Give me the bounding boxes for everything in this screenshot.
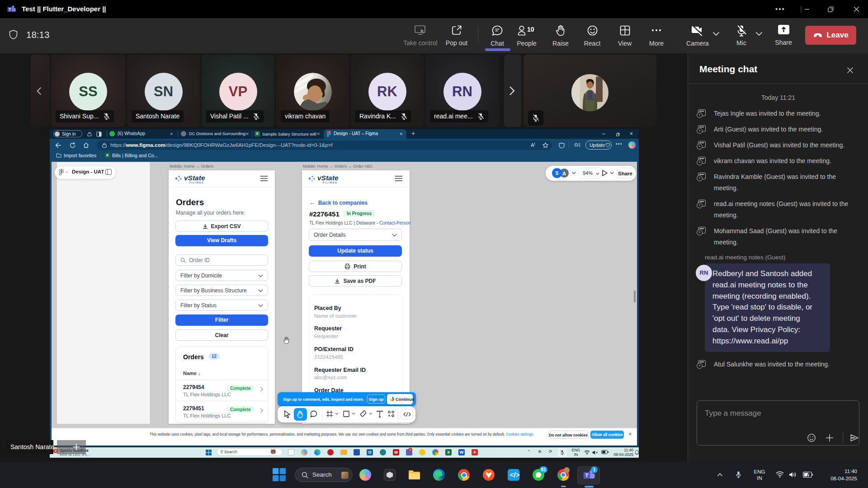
svg-text:10: 10 (527, 26, 534, 33)
svg-text:T: T (585, 473, 588, 478)
svg-text:T: T (9, 7, 11, 12)
